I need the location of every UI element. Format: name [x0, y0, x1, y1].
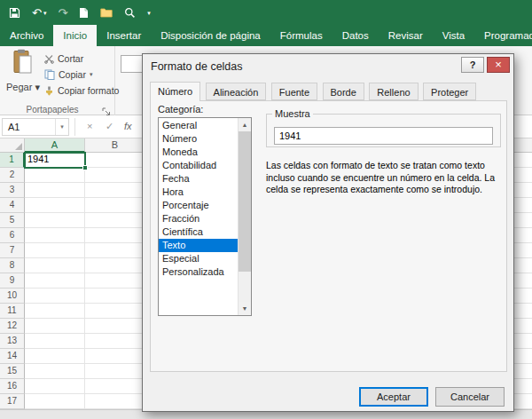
cell-selection-border: [24, 152, 86, 169]
dialog-tab-relleno[interactable]: Relleno: [369, 83, 418, 100]
cut-button[interactable]: Cortar: [44, 51, 119, 67]
listbox-scrollbar[interactable]: ▲ ▼: [238, 118, 251, 315]
tab-datos[interactable]: Datos: [332, 25, 379, 46]
sample-value: 1941: [274, 127, 493, 145]
row-header[interactable]: 15: [0, 364, 25, 379]
column-header-a[interactable]: A: [25, 138, 85, 153]
scissors-icon: [44, 54, 54, 64]
category-option[interactable]: Número: [159, 132, 238, 146]
fill-handle[interactable]: [82, 165, 88, 170]
row-header[interactable]: 16: [0, 379, 25, 394]
enter-entry-icon[interactable]: ✓: [106, 121, 113, 132]
format-cells-dialog: Formato de celdas ? × Número Alineación …: [142, 53, 514, 412]
tab-revisar[interactable]: Revisar: [379, 25, 433, 46]
tab-formulas[interactable]: Fórmulas: [270, 25, 332, 46]
category-option-selected[interactable]: Texto: [159, 239, 238, 252]
select-all-button[interactable]: [0, 138, 25, 153]
category-items: General Número Moneda Contabilidad Fecha…: [159, 119, 238, 279]
accept-button[interactable]: Aceptar: [359, 387, 428, 407]
name-box[interactable]: A1 ▾: [2, 118, 69, 136]
quick-access-toolbar: ↶▾ ↷ ▾: [0, 0, 532, 25]
dialog-tab-numero[interactable]: Número: [150, 82, 200, 101]
copy-label: Copiar: [59, 69, 86, 80]
gridline: [84, 153, 85, 409]
dialog-buttons: Aceptar Cancelar: [359, 387, 505, 407]
dialog-tab-alineacion[interactable]: Alineación: [206, 83, 267, 100]
help-button[interactable]: ?: [461, 57, 484, 73]
row-header[interactable]: 5: [0, 213, 25, 228]
category-option[interactable]: Contabilidad: [159, 159, 238, 172]
save-button[interactable]: [9, 7, 20, 19]
redo-icon: ↷: [58, 7, 67, 19]
scroll-down-icon[interactable]: ▼: [239, 302, 251, 315]
qat-menu-button[interactable]: ▾: [147, 10, 151, 16]
undo-button[interactable]: ↶▾: [32, 7, 46, 19]
dialog-tab-proteger[interactable]: Proteger: [423, 83, 476, 100]
sample-groupbox: Muestra 1941: [266, 108, 501, 147]
row-header[interactable]: 1: [0, 153, 25, 168]
dialog-tab-fuente[interactable]: Fuente: [271, 83, 317, 100]
category-option[interactable]: Moneda: [159, 146, 238, 159]
category-option[interactable]: Personalizada: [159, 265, 238, 279]
row-header[interactable]: 4: [0, 198, 25, 213]
scroll-up-icon[interactable]: ▲: [239, 118, 251, 131]
cancel-entry-icon[interactable]: ×: [87, 121, 92, 131]
format-painter-button[interactable]: Copiar formato: [44, 83, 119, 99]
paste-button[interactable]: Pegar ▾: [4, 49, 43, 102]
copy-button[interactable]: Copiar ▾: [44, 67, 119, 83]
row-headers: 1 2 3 4 5 6 7 8 9 10 11 12 13 14 15 16 1…: [0, 153, 25, 409]
format-description: Las celdas con formato de texto se trata…: [266, 160, 504, 196]
column-header-b[interactable]: B: [85, 138, 145, 153]
paste-label: Pegar: [6, 82, 32, 92]
cancel-button[interactable]: Cancelar: [435, 387, 505, 407]
row-header[interactable]: 12: [0, 319, 25, 334]
row-header[interactable]: 7: [0, 243, 25, 258]
tab-disposicion[interactable]: Disposición de página: [151, 25, 270, 46]
search-icon: [124, 7, 136, 19]
copy-icon: [44, 69, 55, 80]
dialog-title: Formato de celdas: [151, 54, 243, 79]
tab-inicio[interactable]: Inicio: [53, 25, 97, 46]
row-header[interactable]: 8: [0, 258, 25, 273]
cut-label: Cortar: [58, 53, 83, 64]
dialog-tab-borde[interactable]: Borde: [323, 83, 364, 100]
row-header[interactable]: 13: [0, 334, 25, 349]
category-option[interactable]: Científica: [159, 225, 238, 239]
close-button[interactable]: ×: [487, 57, 510, 73]
caret-down-icon: ▾: [90, 71, 93, 78]
search-button[interactable]: [124, 7, 136, 19]
category-option[interactable]: Porcentaje: [159, 199, 238, 212]
category-option[interactable]: Fecha: [159, 172, 238, 186]
clipboard-dialog-launcher[interactable]: [102, 104, 112, 114]
scrollbar-thumb[interactable]: [239, 131, 251, 272]
insert-function-icon[interactable]: fx: [124, 121, 132, 131]
row-header[interactable]: 17: [0, 394, 25, 409]
tab-insertar[interactable]: Insertar: [97, 25, 151, 46]
row-header[interactable]: 9: [0, 273, 25, 289]
row-header[interactable]: 6: [0, 228, 25, 243]
category-option[interactable]: Fracción: [159, 212, 238, 225]
row-header[interactable]: 11: [0, 304, 25, 319]
tab-archivo[interactable]: Archivo: [0, 25, 53, 46]
open-folder-button[interactable]: [100, 7, 113, 18]
format-painter-label: Copiar formato: [58, 85, 119, 96]
row-header[interactable]: 10: [0, 289, 25, 304]
format-painter-icon: [44, 86, 54, 96]
row-header[interactable]: 3: [0, 183, 25, 198]
tab-vista[interactable]: Vista: [433, 25, 474, 46]
category-listbox: General Número Moneda Contabilidad Fecha…: [158, 117, 252, 316]
sample-group-label: Muestra: [272, 108, 313, 119]
category-option[interactable]: Hora: [159, 186, 238, 199]
open-folder-icon: [100, 7, 113, 18]
new-file-button[interactable]: [79, 7, 89, 19]
row-header[interactable]: 14: [0, 349, 25, 364]
category-option[interactable]: Especial: [159, 252, 238, 265]
category-label: Categoría:: [158, 104, 203, 115]
dialog-tab-page: Categoría: General Número Moneda Contabi…: [150, 100, 507, 372]
tab-programador[interactable]: Programador: [474, 25, 532, 46]
category-option[interactable]: General: [159, 119, 238, 132]
paste-icon: [12, 49, 34, 75]
redo-button[interactable]: ↷: [58, 7, 67, 19]
row-header[interactable]: 2: [0, 168, 25, 183]
caret-down-icon: ▾: [43, 10, 47, 16]
